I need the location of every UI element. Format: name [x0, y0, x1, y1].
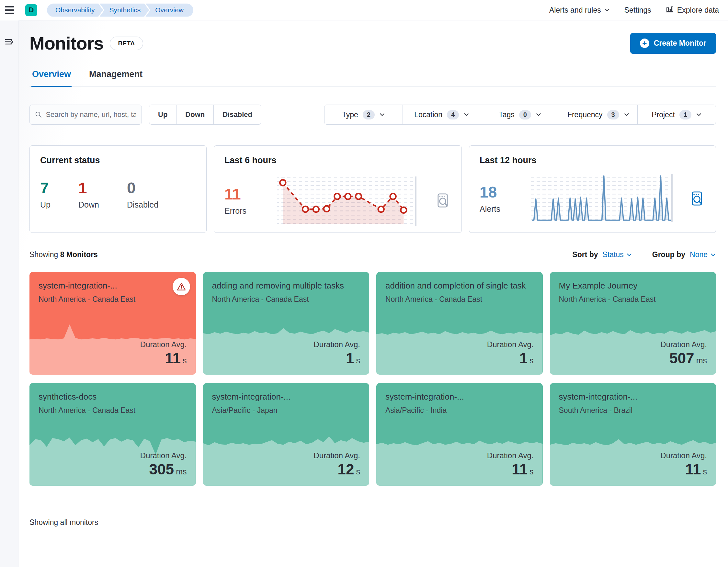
filter-tags-label: Tags [499, 110, 515, 119]
alerts-count: 18 [480, 183, 531, 201]
duration-avg-label: Duration Avg. [660, 451, 707, 460]
down-metric: 1 Down [78, 179, 99, 210]
duration-block: Duration Avg. 12s [313, 451, 360, 479]
last-6-hours-card: Last 6 hours 11 Errors [214, 145, 462, 233]
filter-tags-count-badge: 0 [519, 110, 531, 119]
duration-avg-label: Duration Avg. [660, 340, 707, 349]
last-12-hours-card: Last 12 hours 18 Alerts [469, 145, 716, 233]
monitor-location: Asia/Pacific - Japan [212, 405, 316, 415]
settings-link[interactable]: Settings [624, 6, 651, 15]
down-label: Down [78, 200, 99, 210]
duration-value: 12 [337, 461, 354, 478]
filters-toolbar: Up Down Disabled Type 2 Location 4 Tags … [29, 105, 716, 125]
page-title: Monitors [29, 33, 103, 54]
monitor-card[interactable]: My Example Journey North America - Canad… [550, 272, 716, 375]
expand-sidebar-icon[interactable] [4, 36, 15, 47]
monitor-card[interactable]: adding and removing multiple tasks North… [203, 272, 370, 375]
duration-unit: s [703, 467, 707, 476]
filter-down-button[interactable]: Down [176, 105, 213, 124]
search-input[interactable] [46, 110, 136, 119]
duration-value: 11 [512, 461, 528, 478]
monitor-title: system-integration-... [559, 391, 707, 402]
errors-metric: 11 Errors [224, 185, 276, 216]
up-count: 7 [40, 179, 51, 197]
up-label: Up [40, 200, 51, 210]
inspect-errors-icon[interactable] [434, 192, 451, 209]
tab-management[interactable]: Management [88, 65, 143, 86]
filter-location-count-badge: 4 [447, 110, 459, 119]
filter-type-count-badge: 2 [363, 110, 375, 119]
alerts-chart [531, 173, 673, 223]
breadcrumb-overview[interactable]: Overview [145, 4, 193, 17]
sort-by-control: Sort by Status [572, 250, 632, 259]
filter-tags-dropdown[interactable]: Tags 0 [481, 105, 559, 124]
space-avatar[interactable]: D [25, 4, 37, 16]
menu-icon[interactable] [0, 6, 18, 14]
monitor-list-header: Showing 8 Monitors Sort by Status Group … [29, 250, 716, 259]
inspect-alerts-icon[interactable] [688, 190, 705, 207]
monitor-card[interactable]: addition and completion of single task N… [376, 272, 543, 375]
monitor-title: My Example Journey [559, 280, 707, 291]
group-by-control: Group by None [652, 250, 716, 259]
duration-unit: s [356, 467, 360, 476]
duration-block: Duration Avg. 11s [487, 451, 534, 479]
duration-avg-label: Duration Avg. [487, 340, 534, 349]
main-content: Monitors BETA + Create Monitor Overview … [18, 20, 728, 567]
monitor-title: addition and completion of single task [385, 280, 534, 291]
breadcrumb-observability[interactable]: Observability [47, 4, 103, 17]
filter-project-label: Project [652, 110, 675, 119]
duration-unit: ms [176, 467, 187, 476]
monitor-card[interactable]: synthetics-docs North America - Canada E… [29, 383, 196, 486]
monitor-card[interactable]: system-integration-... Asia/Pacific - In… [376, 383, 543, 486]
errors-label: Errors [224, 206, 276, 216]
filter-frequency-dropdown[interactable]: Frequency 3 [559, 105, 637, 124]
alerts-and-rules-label: Alerts and rules [549, 6, 601, 15]
duration-block: Duration Avg. 305ms [140, 451, 187, 479]
create-monitor-label: Create Monitor [654, 39, 706, 48]
sort-by-select[interactable]: Status [603, 250, 632, 259]
duration-unit: ms [696, 356, 707, 365]
errors-chart [276, 173, 418, 227]
filter-project-dropdown[interactable]: Project 1 [637, 105, 716, 124]
monitor-location: North America - Canada East [559, 294, 663, 304]
duration-value: 507 [669, 350, 694, 367]
monitor-location: South America - Brazil [559, 405, 663, 415]
create-monitor-button[interactable]: + Create Monitor [630, 33, 716, 54]
monitor-location: North America - Canada East [212, 294, 316, 304]
duration-block: Duration Avg. 11s [660, 451, 707, 479]
monitor-card[interactable]: system-integration-... South America - B… [550, 383, 716, 486]
chevron-down-icon [710, 252, 716, 258]
group-by-label: Group by [652, 250, 685, 259]
chevron-down-icon [604, 7, 610, 13]
filter-type-dropdown[interactable]: Type 2 [324, 105, 403, 124]
breadcrumb-synthetics[interactable]: Synthetics [99, 4, 149, 17]
disabled-count: 0 [127, 179, 158, 197]
breadcrumb: Observability Synthetics Overview [47, 4, 193, 17]
status-filter-group: Up Down Disabled [149, 105, 261, 125]
tab-overview[interactable]: Overview [31, 65, 72, 87]
group-by-select[interactable]: None [690, 250, 716, 259]
alerts-label: Alerts [480, 204, 531, 214]
bar-chart-icon [665, 6, 674, 14]
sort-by-label: Sort by [572, 250, 598, 259]
sort-by-value: Status [603, 250, 624, 259]
settings-label: Settings [624, 6, 651, 15]
duration-block: Duration Avg. 1s [313, 340, 360, 368]
alerts-and-rules-menu[interactable]: Alerts and rules [549, 6, 610, 15]
filter-up-button[interactable]: Up [149, 105, 176, 124]
up-metric: 7 Up [40, 179, 51, 210]
filter-project-count-badge: 1 [679, 110, 691, 119]
monitor-grid: system-integration-... North America - C… [29, 272, 716, 486]
filter-disabled-button[interactable]: Disabled [213, 105, 261, 124]
monitor-title: system-integration-... [385, 391, 534, 402]
monitor-card[interactable]: system-integration-... Asia/Pacific - Ja… [203, 383, 370, 486]
filter-location-dropdown[interactable]: Location 4 [403, 105, 481, 124]
duration-block: Duration Avg. 507ms [660, 340, 707, 368]
collapsed-nav-rail [0, 21, 18, 567]
monitor-location: Asia/Pacific - India [385, 405, 489, 415]
search-box [29, 105, 142, 125]
duration-block: Duration Avg. 11s [140, 340, 187, 368]
monitor-card[interactable]: system-integration-... North America - C… [29, 272, 196, 375]
filter-location-label: Location [414, 110, 442, 119]
explore-data-link[interactable]: Explore data [665, 6, 719, 15]
